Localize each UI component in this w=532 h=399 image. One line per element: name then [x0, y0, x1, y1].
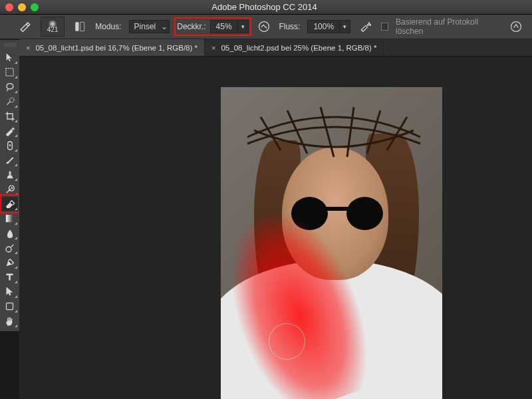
panel-grip[interactable] — [3, 43, 17, 47]
brush-cursor — [269, 323, 305, 360]
close-tab-icon[interactable]: × — [211, 44, 215, 52]
airbrush-toggle[interactable] — [358, 18, 374, 35]
erase-history-label: Basierend auf Protokoll löschen — [396, 17, 498, 36]
move-tool[interactable] — [2, 51, 18, 65]
svg-point-5 — [367, 25, 368, 26]
app-title: Adobe Photoshop CC 2014 — [2, 2, 527, 12]
tools-panel — [0, 40, 19, 331]
opacity-group: Deckkr.: 45% ▾ — [177, 20, 248, 33]
eyedropper-tool[interactable] — [2, 124, 18, 138]
eraser-tool[interactable] — [2, 197, 18, 211]
svg-rect-11 — [6, 215, 13, 222]
document-area — [19, 57, 532, 399]
flow-label: Fluss: — [279, 22, 300, 31]
document-tabs: × 05_08_licht1.psd bei 16,7% (Ebene 1, R… — [19, 39, 532, 57]
erase-history-checkbox[interactable] — [381, 23, 388, 31]
flow-input[interactable]: 100% — [307, 20, 340, 33]
flow-stepper[interactable]: ▾ — [340, 20, 350, 33]
opacity-input[interactable]: 45% — [210, 20, 238, 33]
svg-point-12 — [6, 247, 11, 252]
document-tab[interactable]: × 05_08_licht2.psd bei 25% (Ebene 1, RGB… — [205, 39, 384, 56]
document-tab[interactable]: × 05_08_licht1.psd bei 16,7% (Ebene 1, R… — [19, 39, 205, 56]
svg-rect-1 — [80, 22, 84, 31]
title-bar: Adobe Photoshop CC 2014 — [0, 0, 532, 15]
mode-label: Modus: — [95, 22, 121, 31]
mode-dropdown[interactable]: Pinsel ⌄ — [129, 20, 170, 33]
svg-point-2 — [259, 22, 269, 32]
lasso-tool[interactable] — [2, 80, 18, 94]
healing-brush-tool[interactable] — [2, 138, 18, 152]
brush-preset-picker[interactable]: 421 — [41, 17, 65, 37]
current-tool-preset[interactable] — [17, 18, 33, 35]
image-content — [241, 90, 427, 170]
history-brush-tool[interactable] — [2, 182, 18, 196]
tab-label: 05_08_licht2.psd bei 25% (Ebene 1, RGB/8… — [221, 44, 376, 52]
blur-tool[interactable] — [2, 226, 18, 240]
flow-group: 100% ▾ — [307, 20, 350, 33]
svg-rect-10 — [9, 171, 11, 175]
path-select-tool[interactable] — [2, 285, 18, 299]
svg-point-3 — [368, 23, 370, 24]
tablet-pressure-size[interactable] — [508, 18, 524, 35]
svg-point-6 — [511, 22, 521, 32]
quick-select-tool[interactable] — [2, 94, 18, 108]
type-tool[interactable] — [2, 270, 18, 284]
dodge-tool[interactable] — [2, 241, 18, 255]
svg-rect-7 — [6, 68, 13, 76]
brush-tool[interactable] — [2, 153, 18, 167]
clone-stamp-tool[interactable] — [2, 168, 18, 182]
svg-rect-0 — [76, 22, 79, 31]
gradient-tool[interactable] — [2, 211, 18, 225]
close-tab-icon[interactable]: × — [26, 44, 30, 52]
hand-tool[interactable] — [2, 314, 18, 328]
svg-point-4 — [370, 25, 371, 26]
opacity-label: Deckkr.: — [177, 22, 205, 31]
shape-tool[interactable] — [2, 299, 18, 313]
canvas[interactable] — [221, 87, 442, 399]
pen-tool[interactable] — [2, 255, 18, 269]
marquee-tool[interactable] — [2, 65, 18, 79]
tablet-pressure-opacity[interactable] — [256, 18, 272, 35]
brush-panel-toggle[interactable] — [72, 18, 88, 35]
opacity-stepper[interactable]: ▾ — [238, 20, 249, 33]
options-bar: 421 Modus: Pinsel ⌄ Deckkr.: 45% ▾ Fluss… — [0, 15, 532, 39]
tab-label: 05_08_licht1.psd bei 16,7% (Ebene 1, RGB… — [35, 44, 198, 52]
svg-rect-13 — [7, 303, 13, 310]
chevron-down-icon: ⌄ — [161, 22, 166, 31]
crop-tool[interactable] — [2, 109, 18, 123]
